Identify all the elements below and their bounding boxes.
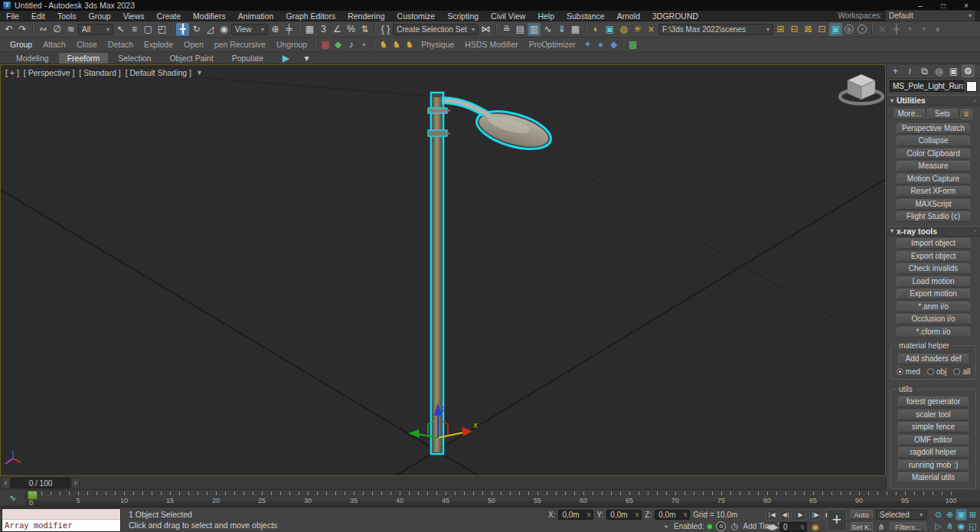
curve-editor-icon[interactable]: ∿	[541, 23, 554, 36]
s-circle-icon[interactable]: S	[844, 24, 854, 34]
menu-file[interactable]: File	[0, 11, 25, 21]
zoom-all-icon[interactable]: ⊕	[944, 509, 956, 521]
toggle-layer-explorer-icon[interactable]: ▥	[528, 23, 541, 36]
adaptive-degradation-icon[interactable]: ◔	[660, 522, 671, 531]
menu-substance[interactable]: Substance	[560, 11, 611, 21]
z-coordinate-field[interactable]: 0,0m⇅	[655, 510, 690, 520]
xray-load-motion[interactable]: Load motion	[897, 276, 970, 287]
menu-3dground[interactable]: 3DGROUND	[646, 11, 704, 21]
modify-tab[interactable]: ≀	[903, 64, 916, 78]
dummy-box-icon[interactable]: ▫	[358, 38, 371, 51]
utils-omf-editor[interactable]: OMF editor	[898, 435, 969, 446]
key-filter-dropdown[interactable]: Selected▾	[876, 510, 926, 520]
object-name-field[interactable]: MS_Pole_Light_Rural	[890, 80, 964, 92]
mini-curve-editor-button[interactable]: ∿	[0, 490, 26, 506]
maximize-viewport-icon[interactable]: ◱	[967, 521, 978, 532]
ribbon-config-icon[interactable]: ▶	[279, 51, 292, 64]
rectangular-selection-region-icon[interactable]: ▢	[142, 23, 155, 36]
utils-forest-generator[interactable]: forest generator	[898, 397, 969, 407]
detach-button[interactable]: Detach	[103, 38, 139, 51]
counter-pill[interactable]: 0	[716, 521, 726, 531]
space-warp-icon[interactable]: ✦	[581, 38, 594, 51]
time-ruler[interactable]: 0 51015202530354045505560657075808590951…	[26, 490, 980, 506]
disabled-scissors-icon[interactable]: ⨯	[876, 23, 889, 36]
undo-icon[interactable]: ↶	[2, 23, 15, 36]
maxscript-mini-listener[interactable]: Array modifier	[2, 508, 121, 532]
key-step-icon[interactable]: ◀▶	[766, 522, 776, 532]
import-file-icon[interactable]: ⊟	[788, 23, 801, 36]
current-frame-field[interactable]: 0⇅	[779, 522, 807, 532]
maximize-button[interactable]: □	[933, 1, 954, 11]
ribbon-tab-selection[interactable]: Selection	[109, 53, 159, 64]
ungroup-button[interactable]: Ungroup	[271, 38, 312, 51]
note-track-icon[interactable]: ♪	[345, 38, 358, 51]
lattice-icon[interactable]: ◆	[607, 38, 620, 51]
zoom-extents-all-icon[interactable]: ⊞	[967, 509, 978, 521]
object-color-swatch[interactable]	[966, 81, 977, 92]
menu-customize[interactable]: Customize	[391, 11, 442, 21]
radio-med[interactable]: med	[897, 367, 920, 376]
hsds-modifier-button[interactable]: HSDS Modifier	[459, 38, 523, 51]
menu-arnold[interactable]: Arnold	[611, 11, 646, 21]
x-coordinate-field[interactable]: 0,0m⇅	[558, 510, 593, 520]
next-frame-button[interactable]: ∣▶	[809, 510, 821, 521]
close-group-button[interactable]: Close	[71, 38, 103, 51]
export-file-icon[interactable]: ⊠	[802, 23, 815, 36]
walk-through-icon[interactable]: ⋔	[944, 521, 956, 532]
ribbon-tab-object-paint[interactable]: Object Paint	[161, 53, 221, 64]
reference-coordinate-system-dropdown[interactable]: View▾	[231, 24, 268, 35]
physique-button[interactable]: Physique	[416, 38, 459, 51]
per-view-filter-icon[interactable]: ▼	[196, 69, 203, 77]
bind-to-space-warp-icon[interactable]: ≋	[64, 23, 77, 36]
menu-rendering[interactable]: Rendering	[341, 11, 390, 21]
more-button[interactable]: More...	[894, 109, 925, 119]
group-button[interactable]: Group	[5, 38, 38, 51]
explode-button[interactable]: Explode	[139, 38, 178, 51]
biped-mode-icon-2[interactable]: ♞	[390, 38, 403, 51]
menu-help[interactable]: Help	[531, 11, 560, 21]
utils-scaler-tool[interactable]: scaler tool	[898, 410, 969, 420]
attach-button[interactable]: Attach	[38, 38, 71, 51]
xray--cform-i-o[interactable]: *.cform i/o	[897, 327, 970, 338]
material-editor-icon[interactable]: ◐	[590, 23, 603, 36]
align-icon[interactable]: ≞	[500, 23, 513, 36]
viewport-renderer-menu[interactable]: [ Standard ]	[79, 68, 120, 77]
utilities-rollout-header[interactable]: ▾ Utilities ▪	[887, 95, 980, 106]
menu-scripting[interactable]: Scripting	[441, 11, 485, 21]
select-by-name-icon[interactable]: ≡	[128, 23, 141, 36]
zoom-extents-selected-icon[interactable]: ▣	[956, 509, 967, 521]
create-tab[interactable]: +	[889, 64, 902, 78]
xray-check-invalids[interactable]: Check invalids	[897, 263, 970, 274]
biped-mode-icon-1[interactable]: ♞	[377, 38, 390, 51]
disabled-transform-icon[interactable]: ╋	[890, 23, 903, 36]
disabled-dot2-icon[interactable]: •	[917, 23, 930, 36]
xray-tools-rollout-header[interactable]: ▾ x-ray tools ▪	[887, 226, 980, 237]
selection-filter-dropdown[interactable]: All▾	[78, 24, 113, 35]
percent-snap-icon[interactable]: %	[345, 23, 358, 36]
menu-civil-view[interactable]: Civil View	[485, 11, 531, 21]
open-recursive-button[interactable]: pen Recursive	[209, 38, 271, 51]
menu-tools[interactable]: Tools	[51, 11, 83, 21]
xray-import-object[interactable]: Import object	[897, 238, 970, 249]
slate-material-editor-icon[interactable]: ▣	[603, 23, 616, 36]
ribbon-caret-icon[interactable]: ▾	[300, 51, 313, 64]
snapshot-icon[interactable]: ◆	[332, 38, 345, 51]
utility-flight-studio-c-[interactable]: Flight Studio (c)	[897, 211, 970, 222]
scrub-prev-button[interactable]: ‹	[2, 478, 10, 488]
save-file-icon[interactable]: ⊡	[815, 23, 828, 36]
utils-material-utils[interactable]: Material utils	[898, 472, 969, 483]
display-tab[interactable]: ▣	[947, 64, 960, 78]
prooptimizer-button[interactable]: ProOptimizer	[524, 38, 581, 51]
utils-running-mob-[interactable]: running mob :)	[898, 460, 969, 471]
select-and-manipulate-icon[interactable]: ╪	[283, 23, 296, 36]
zoom-icon[interactable]: ⊙	[933, 509, 944, 521]
ribbon-tab-freeform[interactable]: Freeform	[59, 53, 109, 64]
gauge-circle-icon[interactable]: ◔	[858, 24, 867, 34]
select-and-rotate-icon[interactable]: ↻	[190, 23, 203, 36]
utility-motion-capture[interactable]: Motion Capture	[897, 174, 970, 184]
auto-key-button[interactable]: Auto	[850, 510, 873, 520]
menu-edit[interactable]: Edit	[25, 11, 51, 21]
select-and-place-icon[interactable]: ◉	[217, 23, 230, 36]
viewport-canvas[interactable]: X Z	[1, 65, 885, 475]
layer-explorer-icon[interactable]: ▤	[514, 23, 527, 36]
